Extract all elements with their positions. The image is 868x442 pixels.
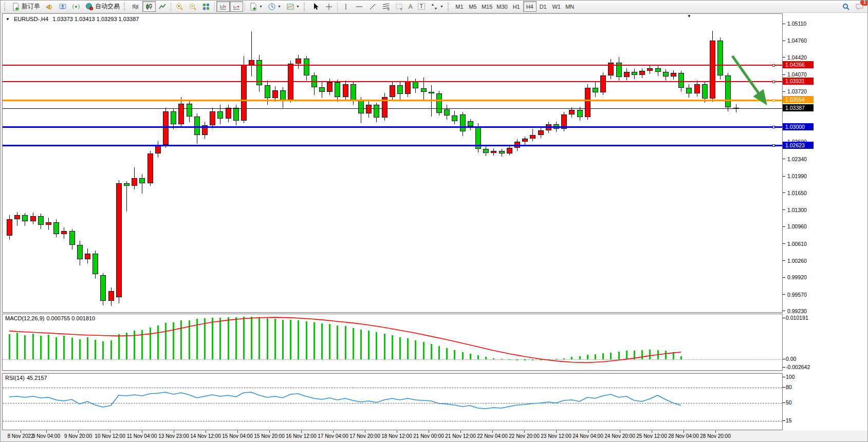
macd-histogram-bar bbox=[56, 337, 57, 359]
timeframe-m5[interactable]: M5 bbox=[466, 1, 479, 12]
auto-scroll-button[interactable] bbox=[230, 1, 243, 12]
toolbar-grip[interactable] bbox=[4, 3, 8, 11]
horizontal-level-line[interactable] bbox=[3, 100, 782, 101]
trendline-tool-button[interactable] bbox=[366, 1, 379, 12]
candlestick-mode-button[interactable] bbox=[142, 1, 156, 12]
horizontal-line-icon bbox=[355, 3, 363, 11]
candle bbox=[46, 222, 51, 225]
y-axis-tick-label: 1.01650 bbox=[787, 190, 807, 196]
horizontal-level-line[interactable] bbox=[3, 145, 782, 146]
timeframe-h4[interactable]: H4 bbox=[523, 1, 537, 12]
candle bbox=[319, 87, 325, 92]
candle bbox=[163, 111, 169, 145]
macd-histogram-bar bbox=[673, 352, 674, 359]
macd-histogram-bar bbox=[87, 337, 88, 359]
candle bbox=[124, 183, 130, 186]
toolbar-grip[interactable] bbox=[304, 3, 307, 11]
toolbar-grip[interactable] bbox=[124, 3, 127, 11]
time-axis-tick bbox=[684, 431, 684, 433]
level-line-handle[interactable] bbox=[772, 126, 775, 128]
horizontal-level-line[interactable] bbox=[3, 81, 782, 82]
level-line-handle[interactable] bbox=[772, 81, 775, 83]
macd-histogram-bar bbox=[353, 328, 354, 359]
object-anchor-marker[interactable]: ▼ bbox=[687, 14, 691, 18]
bar-chart-mode-button[interactable] bbox=[129, 1, 142, 12]
macd-histogram-bar bbox=[360, 330, 362, 359]
chart-dropdown-icon[interactable]: ▼ bbox=[6, 17, 10, 22]
vertical-line-icon bbox=[342, 3, 350, 11]
time-axis-label: 17 Nov 04:00 bbox=[318, 433, 348, 439]
auto-trading-button[interactable]: 自动交易 bbox=[83, 1, 122, 12]
macd-histogram-bar bbox=[368, 331, 370, 359]
candle bbox=[77, 245, 83, 260]
candle bbox=[522, 139, 528, 142]
y-axis-tick bbox=[783, 311, 785, 311]
level-line-handle[interactable] bbox=[772, 144, 775, 147]
y-axis-tick bbox=[783, 41, 785, 41]
candle bbox=[210, 111, 215, 125]
rsi-panel[interactable]: RSI(14)45.2157 bbox=[2, 373, 783, 430]
candle bbox=[14, 215, 20, 219]
timeframe-m30[interactable]: M30 bbox=[494, 1, 509, 12]
candle bbox=[108, 291, 114, 301]
level-line-handle[interactable] bbox=[772, 99, 775, 102]
crosshair-tool-button[interactable] bbox=[322, 1, 336, 12]
fibonacci-icon: E bbox=[382, 3, 390, 11]
market-watch-button[interactable] bbox=[43, 1, 56, 12]
channel-tool-button[interactable]: F bbox=[393, 1, 406, 12]
fibonacci-tool-button[interactable]: E bbox=[379, 1, 393, 12]
candle bbox=[593, 88, 598, 93]
macd-histogram-bar bbox=[258, 318, 260, 359]
horizontal-line-tool-button[interactable] bbox=[353, 1, 366, 12]
time-axis-label: 21 Nov 00:00 bbox=[413, 433, 444, 439]
timeframe-m15[interactable]: M15 bbox=[479, 1, 494, 12]
candle bbox=[265, 85, 270, 98]
new-order-button[interactable]: 新订单 bbox=[9, 1, 43, 12]
y-axis-tick bbox=[783, 74, 785, 75]
candle bbox=[585, 88, 590, 117]
level-line-handle[interactable] bbox=[772, 64, 775, 67]
macd-histogram-bar bbox=[423, 342, 424, 359]
timeframe-mn[interactable]: MN bbox=[563, 1, 577, 12]
timeframe-h1[interactable]: H1 bbox=[510, 1, 523, 12]
horizontal-level-line[interactable] bbox=[3, 126, 782, 128]
horizontal-level-line[interactable] bbox=[3, 65, 782, 66]
periods-button[interactable]: ▼ bbox=[265, 1, 284, 12]
timeframe-d1[interactable]: D1 bbox=[537, 1, 550, 12]
chart-shift-button[interactable] bbox=[216, 1, 230, 12]
macd-label: MACD(12,26,9)0.000755 0.001810 bbox=[5, 315, 97, 321]
candle bbox=[132, 178, 137, 186]
macd-axis-tick bbox=[783, 359, 785, 359]
text-label-tool-button[interactable]: T bbox=[415, 1, 428, 12]
chart-shift-icon bbox=[219, 3, 227, 11]
macd-panel[interactable]: MACD(12,26,9)0.000755 0.001810 bbox=[2, 314, 783, 371]
templates-button[interactable]: ▼ bbox=[284, 1, 302, 12]
search-button[interactable] bbox=[839, 1, 853, 12]
vertical-line-tool-button[interactable] bbox=[339, 1, 353, 12]
text-tool-button[interactable]: A bbox=[406, 1, 415, 12]
macd-histogram-bar bbox=[548, 359, 549, 360]
toolbar-grip[interactable] bbox=[448, 3, 451, 11]
terminal-button[interactable] bbox=[56, 1, 69, 12]
zoom-in-button[interactable] bbox=[173, 1, 186, 12]
macd-histogram-bar bbox=[141, 330, 143, 359]
zoom-out-button[interactable] bbox=[186, 1, 199, 12]
candle bbox=[468, 121, 473, 126]
macd-histogram-bar bbox=[618, 352, 620, 359]
timeframe-w1[interactable]: W1 bbox=[550, 1, 563, 12]
candle bbox=[600, 75, 606, 92]
arrows-tool-button[interactable]: ▼ bbox=[428, 1, 446, 12]
line-chart-mode-button[interactable] bbox=[156, 1, 169, 12]
chevron-down-icon: ▼ bbox=[278, 5, 281, 8]
timeframe-m1[interactable]: M1 bbox=[453, 1, 466, 12]
indicators-button[interactable]: ▼ bbox=[247, 1, 265, 12]
main-chart-panel[interactable]: ▼ EURUSD-,H4 1.03373 1.03413 1.03293 1.0… bbox=[2, 13, 783, 313]
tile-windows-button[interactable] bbox=[199, 1, 213, 12]
candle bbox=[100, 275, 106, 301]
bar-chart-icon bbox=[132, 3, 140, 11]
cursor-tool-button[interactable] bbox=[309, 1, 322, 12]
candle bbox=[249, 60, 254, 65]
signals-button[interactable] bbox=[69, 1, 83, 12]
y-axis-tick bbox=[783, 209, 785, 210]
candle bbox=[632, 72, 637, 75]
